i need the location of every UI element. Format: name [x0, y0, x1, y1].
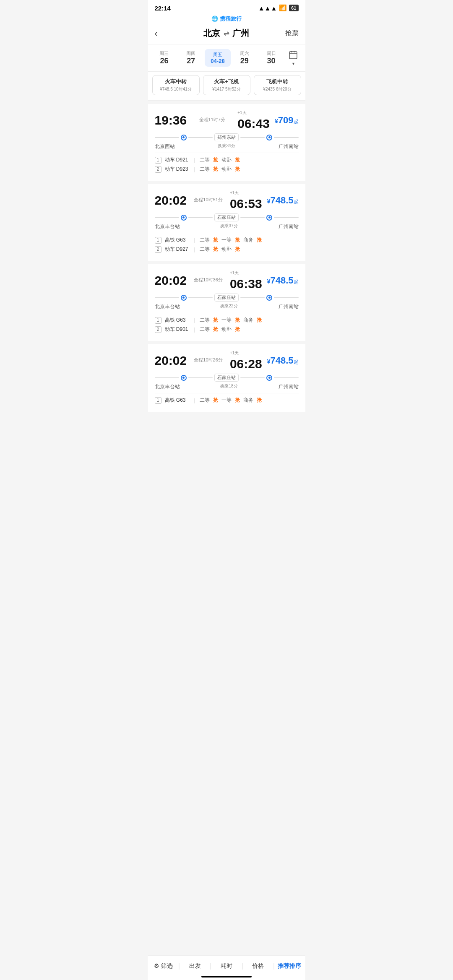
trip-price-3: ¥748.5起: [267, 275, 299, 286]
header: ‹ 北京 ⇌ 广州 抢票: [148, 24, 305, 44]
trip-card-4[interactable]: 20:02 全程10时26分 +1天 06:28 ¥748.5起 石家庄站: [148, 344, 305, 412]
depart-time-3: 20:02: [155, 273, 187, 288]
to-city: 广州: [232, 28, 249, 39]
trip-price-4: ¥748.5起: [267, 355, 299, 366]
date-tab-sat[interactable]: 周六 29: [232, 48, 258, 68]
depart-time-2: 20:02: [155, 193, 187, 208]
route-arrows: ⇌: [224, 29, 229, 37]
svg-rect-0: [289, 52, 297, 59]
progress-line-1: 郑州东站: [155, 133, 299, 141]
back-button[interactable]: ‹: [155, 29, 167, 38]
date-tab-sun[interactable]: 周日 30: [258, 48, 284, 68]
trip-card-3[interactable]: 20:02 全程10时36分 +1天 06:38 ¥748.5起 石家庄站: [148, 264, 305, 341]
calendar-button[interactable]: ▼: [285, 50, 302, 66]
transfer-tab-train-plane[interactable]: 火车+飞机 ¥1417 5时52分: [203, 75, 250, 95]
transfer-type-tabs: 火车中转 ¥748.5 10时41分 火车+飞机 ¥1417 5时52分 飞机中…: [148, 72, 305, 101]
transfer-station-label-1: 郑州东站: [214, 133, 239, 141]
status-bar: 22:14 ▲▲▲ 📶 61: [148, 0, 305, 14]
depart-time-1: 19:36: [155, 113, 187, 127]
date-tab-wed[interactable]: 周三 26: [151, 48, 177, 68]
station-dot-to-1: [266, 135, 272, 140]
depart-time-4: 20:02: [155, 354, 187, 368]
app-logo: 🌐 携程旅行: [211, 16, 242, 22]
battery: 61: [289, 5, 298, 11]
app-logo-bar: 🌐 携程旅行: [148, 14, 305, 24]
trips-container: 19:36 全程11时7分 +1天 06:43 ¥709起 郑州东站: [148, 101, 305, 440]
train-row-1-2: 2 动车 D923 | 二等 抢 动卧 抢: [155, 166, 299, 173]
train-row-1-1: 1 动车 D921 | 二等 抢 动卧 抢: [155, 156, 299, 164]
date-tab-fri[interactable]: 周五 04-28: [205, 49, 231, 67]
transfer-wait-1: 换乘34分: [218, 143, 235, 150]
from-city: 北京: [203, 28, 220, 39]
trip-card-1[interactable]: 19:36 全程11时7分 +1天 06:43 ¥709起 郑州东站: [148, 104, 305, 181]
trip-price-2: ¥748.5起: [267, 195, 299, 206]
trip-top-1: 19:36 全程11时7分 +1天 06:43 ¥709起: [155, 110, 299, 131]
time: 22:14: [155, 5, 171, 12]
train-details-1: 1 动车 D921 | 二等 抢 动卧 抢 2 动车 D923 | 二等 抢 动…: [155, 153, 299, 173]
transfer-tab-plane[interactable]: 飞机中转 ¥2435 6时20分: [254, 75, 301, 95]
date-tab-thu[interactable]: 周四 27: [178, 48, 204, 68]
status-icons: ▲▲▲ 📶 61: [258, 4, 299, 12]
to-station-1: 广州南站: [279, 143, 299, 150]
grab-ticket-button[interactable]: 抢票: [285, 29, 299, 38]
station-dot-from-1: [181, 135, 187, 140]
route-title: 北京 ⇌ 广州: [203, 28, 249, 39]
trip-duration-1: 全程11时7分: [187, 117, 237, 125]
trip-price-1: ¥709起: [275, 115, 299, 126]
signal-icon: ▲▲▲: [258, 5, 277, 12]
wifi-icon: 📶: [279, 4, 287, 12]
date-tabs: 周三 26 周四 27 周五 04-28 周六 29 周日 30 ▼: [148, 44, 305, 72]
stations-row-1: 北京西站 换乘34分 广州南站: [155, 143, 299, 150]
trip-card-2[interactable]: 20:02 全程10时51分 +1天 06:53 ¥748.5起 石家庄站: [148, 184, 305, 261]
transfer-tab-train[interactable]: 火车中转 ¥748.5 10时41分: [152, 75, 200, 95]
trip-arrive-area-1: +1天 06:43: [237, 110, 270, 131]
from-station-1: 北京西站: [155, 143, 175, 150]
